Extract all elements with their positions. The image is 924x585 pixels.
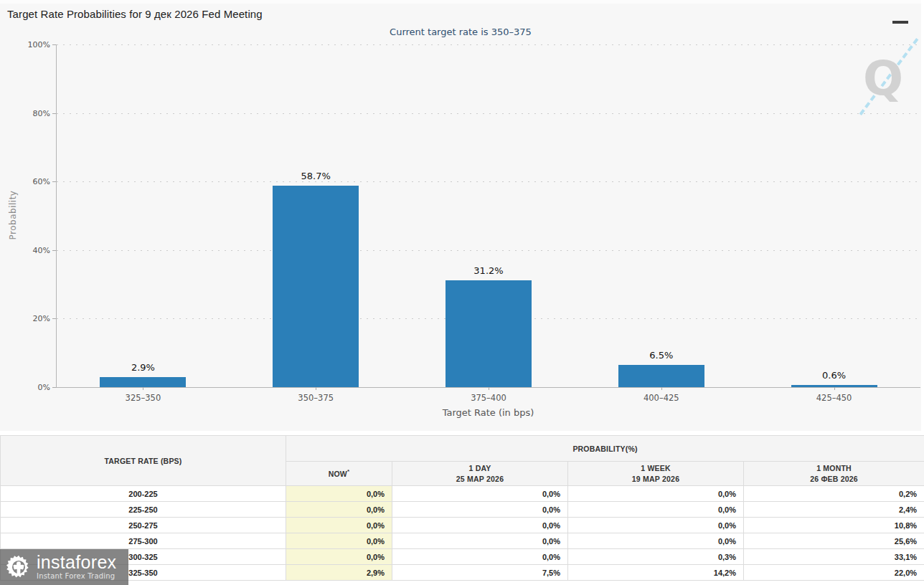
cell-now: 2,9% (286, 565, 392, 581)
x-tick-label: 375–400 (446, 393, 532, 403)
cell-1month: 33,1% (744, 549, 924, 565)
y-tick-mark (52, 318, 56, 319)
plot-area: Q 0%20%40%60%80%100%2.9%325–35058.7%350–… (56, 44, 920, 388)
x-tick-mark (316, 387, 316, 390)
cell-now: 0,0% (286, 533, 392, 549)
x-tick-mark (834, 387, 835, 390)
y-tick-mark (52, 181, 56, 182)
category-slot: 0.6%425–450 (791, 44, 877, 387)
cell-1week: 0,0% (568, 518, 744, 533)
header-probability-group: PROBABILITY(%) (286, 436, 924, 462)
bar-value-label: 31.2% (446, 265, 532, 276)
probability-table: TARGET RATE (BPS) PROBABILITY(%) NOW* 1 … (0, 435, 924, 581)
x-tick-label: 325–350 (100, 393, 186, 403)
y-tick-label-40: 40% (33, 245, 50, 255)
bar-value-label: 0.6% (791, 370, 877, 381)
table-header: TARGET RATE (BPS) PROBABILITY(%) NOW* 1 … (1, 436, 924, 486)
table-row-300-325: 300-3250,0%0,0%0,3%33,1% (1, 549, 924, 565)
x-tick-label: 400–425 (618, 393, 704, 403)
category-slot: 58.7%350–375 (273, 44, 359, 387)
y-tick-mark (52, 250, 56, 251)
table-row-325-350: 325-3502,9%7,5%14,2%22,0% (1, 565, 924, 581)
instaforex-logo-text: instaforex (37, 554, 116, 571)
header-target-rate: TARGET RATE (BPS) (1, 436, 286, 486)
fedwatch-page: Target Rate Probabilities for 9 дек 2026… (0, 0, 924, 585)
cell-now: 0,0% (286, 518, 392, 533)
x-tick-label: 350–375 (273, 393, 359, 403)
y-tick-label-100: 100% (28, 40, 50, 49)
x-tick-label: 425–450 (791, 393, 877, 403)
cell-1day: 0,0% (392, 502, 568, 518)
header-1week: 1 WEEK 19 МАР 2026 (568, 462, 744, 486)
category-slot: 31.2%375–400 (446, 44, 532, 387)
cell-now: 0,0% (286, 549, 392, 565)
category-slot: 6.5%400–425 (618, 44, 704, 387)
chart-menu-button[interactable] (892, 9, 910, 24)
chart-bar-325–350[interactable] (100, 377, 186, 387)
category-slot: 2.9%325–350 (100, 44, 186, 387)
y-tick-label-20: 20% (33, 314, 50, 323)
chart-bar-400–425[interactable] (618, 365, 704, 387)
cell-1week: 0,3% (568, 549, 744, 565)
instaforex-tagline: Instant Forex Trading (37, 572, 116, 580)
top-strip (0, 0, 921, 4)
chart-bar-375–400[interactable] (446, 280, 532, 387)
y-tick-mark (52, 113, 56, 114)
x-axis-label: Target Rate (in bps) (56, 407, 920, 418)
y-tick-mark (52, 387, 56, 388)
cell-range: 225-250 (1, 502, 286, 518)
table-row-225-250: 225-2500,0%0,0%0,0%2,4% (1, 502, 924, 518)
header-1month: 1 MONTH 26 ФЕВ 2026 (744, 462, 924, 486)
page-title: Target Rate Probabilities for 9 дек 2026… (7, 8, 263, 20)
cell-1month: 22,0% (744, 565, 924, 581)
x-tick-mark (661, 387, 662, 390)
y-tick-label-80: 80% (33, 108, 50, 118)
cell-1month: 2,4% (744, 502, 924, 518)
current-target-rate-subtitle: Current target rate is 350–375 (0, 27, 921, 37)
cell-1day: 0,0% (392, 549, 568, 565)
cell-1day: 0,0% (392, 518, 568, 533)
cell-range: 275-300 (1, 533, 286, 549)
table-row-200-225: 200-2250,0%0,0%0,0%0,2% (1, 486, 924, 502)
cell-now: 0,0% (286, 502, 392, 518)
cell-1month: 0,2% (744, 486, 924, 502)
cell-1day: 0,0% (392, 486, 568, 502)
table-body: 200-2250,0%0,0%0,0%0,2%225-2500,0%0,0%0,… (1, 486, 924, 581)
cell-1week: 0,0% (568, 502, 744, 518)
cell-1month: 25,6% (744, 533, 924, 549)
cell-1month: 10,8% (744, 518, 924, 533)
header-1day: 1 DAY 25 МАР 2026 (392, 462, 568, 486)
header-now: NOW* (286, 462, 392, 486)
x-tick-mark (143, 387, 143, 390)
chart-panel: Target Rate Probabilities for 9 дек 2026… (0, 0, 921, 431)
cell-1day: 0,0% (392, 533, 568, 549)
y-tick-mark (52, 44, 56, 45)
y-axis-label: Probability (8, 191, 18, 240)
cell-1week: 0,0% (568, 533, 744, 549)
y-tick-label-0: 0% (38, 383, 50, 392)
cell-1week: 14,2% (568, 565, 744, 581)
bar-value-label: 2.9% (100, 362, 186, 373)
chart-bar-350–375[interactable] (273, 186, 359, 387)
y-tick-label-60: 60% (33, 177, 50, 186)
cell-range: 200-225 (1, 486, 286, 502)
table-row-250-275: 250-2750,0%0,0%0,0%10,8% (1, 518, 924, 533)
instaforex-gear-icon (5, 553, 32, 581)
cell-1day: 7,5% (392, 565, 568, 581)
bar-value-label: 6.5% (618, 350, 704, 361)
instaforex-watermark: instaforex Instant Forex Trading (0, 549, 128, 585)
bar-value-label: 58.7% (273, 171, 359, 181)
table-row-275-300: 275-3000,0%0,0%0,0%25,6% (1, 533, 924, 549)
cell-1week: 0,0% (568, 486, 744, 502)
cell-now: 0,0% (286, 486, 392, 502)
x-tick-mark (489, 387, 489, 390)
cell-range: 250-275 (1, 518, 286, 533)
